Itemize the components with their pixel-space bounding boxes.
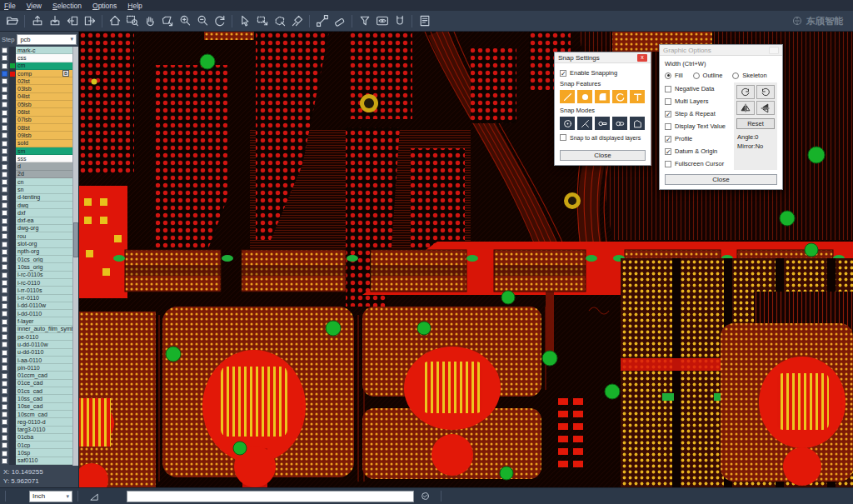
report-form-button[interactable]: [416, 12, 433, 30]
layer-visibility-checkbox[interactable]: [2, 242, 7, 247]
menu-view[interactable]: View: [27, 2, 42, 10]
layer-visibility-checkbox[interactable]: [2, 303, 7, 309]
clear-brush-button[interactable]: [288, 12, 306, 30]
pan-hand-button[interactable]: [141, 12, 158, 30]
snap-mode-center-button[interactable]: [560, 117, 575, 130]
eye-view-button[interactable]: [373, 12, 391, 30]
zoom-window-button[interactable]: [123, 12, 141, 30]
layer-visibility-checkbox[interactable]: [2, 202, 7, 208]
snap-magnet-button[interactable]: [391, 12, 408, 30]
zoom-in-button[interactable]: [176, 12, 193, 30]
layer-visibility-checkbox[interactable]: [2, 71, 7, 77]
layer-row-slot-org[interactable]: slot-org: [0, 240, 78, 247]
layer-visibility-checkbox[interactable]: [2, 249, 7, 255]
layer-row-01cp[interactable]: 01cp: [0, 442, 78, 449]
layer-row-10ss_cad[interactable]: 10ss_cad: [0, 395, 78, 402]
layer-row-01ce_cad[interactable]: 01ce_cad: [0, 380, 78, 387]
layer-row-mark-c[interactable]: mark-c: [0, 47, 78, 54]
snap-feature-arc-button[interactable]: [612, 90, 627, 103]
profile-triangle-icon[interactable]: [87, 489, 102, 504]
graphic-option-row[interactable]: Multi Layers: [665, 95, 731, 107]
snap-mode-intersection-button[interactable]: [577, 117, 592, 130]
layer-visibility-checkbox[interactable]: [2, 264, 7, 270]
layer-row-05lsb[interactable]: 05lsb: [0, 101, 78, 108]
layer-row-sm[interactable]: sm: [0, 147, 78, 155]
confirm-icon[interactable]: [417, 489, 432, 504]
layer-visibility-checkbox[interactable]: [2, 164, 7, 170]
layer-visibility-checkbox[interactable]: [2, 110, 7, 116]
layer-visibility-checkbox[interactable]: [2, 187, 7, 192]
layer-visibility-checkbox[interactable]: [2, 412, 7, 417]
snap-feature-line-button[interactable]: [560, 90, 575, 103]
layer-visibility-checkbox[interactable]: [2, 94, 7, 100]
step-repeat-checkbox[interactable]: ✓: [665, 111, 671, 117]
layer-row-2d[interactable]: 2d: [0, 171, 78, 178]
snap-feature-pad-button[interactable]: [595, 90, 610, 103]
layer-row-i-dd-0110[interactable]: i-dd-0110: [0, 310, 78, 317]
snap-close-button[interactable]: Close: [560, 150, 646, 161]
menu-selection[interactable]: Selection: [52, 2, 82, 10]
flip-vertical-button[interactable]: [756, 101, 775, 115]
layer-visibility-checkbox[interactable]: [2, 233, 7, 239]
layer-row-10scm_cad[interactable]: 10scm_cad: [0, 411, 78, 418]
layer-scrollbar-thumb[interactable]: [73, 222, 78, 257]
layer-row-dxf[interactable]: dxf: [0, 209, 78, 217]
layer-row-01cs_orig[interactable]: 01cs_orig: [0, 256, 78, 263]
layer-visibility-checkbox[interactable]: [2, 327, 7, 332]
layer-row-f-layer[interactable]: f-layer: [0, 317, 78, 325]
layer-row-09lsb[interactable]: 09lsb: [0, 132, 78, 139]
rotate-cw-button[interactable]: [736, 85, 755, 99]
layer-visibility-checkbox[interactable]: [2, 287, 7, 293]
layer-row-08lst[interactable]: 08lst: [0, 124, 78, 132]
measure-button[interactable]: [313, 12, 331, 30]
layer-visibility-checkbox[interactable]: [2, 435, 7, 441]
layer-visibility-checkbox[interactable]: [2, 141, 7, 147]
layer-row-rou[interactable]: rou: [0, 232, 78, 240]
layer-row-02lst[interactable]: 02lst: [0, 77, 78, 85]
menu-options[interactable]: Options: [92, 2, 117, 10]
layer-visibility-checkbox[interactable]: [2, 442, 7, 448]
step-select[interactable]: pcb ▾: [17, 34, 77, 45]
close-icon[interactable]: x: [637, 54, 647, 62]
open-folder-button[interactable]: [3, 12, 21, 30]
layer-visibility-checkbox[interactable]: [2, 365, 7, 371]
layer-visibility-checkbox[interactable]: [2, 280, 7, 286]
filter-funnel-button[interactable]: [356, 12, 373, 30]
negative-data-checkbox[interactable]: [665, 86, 671, 92]
layer-row-pe-0110[interactable]: pe-0110: [0, 333, 78, 341]
layer-row-css[interactable]: css: [0, 54, 78, 62]
snap-mode-key-button[interactable]: [595, 117, 610, 130]
layer-row-d[interactable]: d: [0, 162, 78, 170]
layer-visibility-checkbox[interactable]: [2, 156, 7, 162]
layer-row-d-tenting[interactable]: d-tenting: [0, 194, 78, 202]
flip-horizontal-button[interactable]: [736, 101, 755, 115]
display-text-value-checkbox[interactable]: [665, 123, 671, 130]
snap-all-layers-row[interactable]: Snap to all displayed layers: [560, 134, 646, 141]
layer-visibility-checkbox[interactable]: [2, 117, 7, 123]
layer-row-10sp[interactable]: 10sp: [0, 449, 78, 457]
layer-visibility-checkbox[interactable]: [2, 397, 7, 402]
layer-scrollbar[interactable]: [72, 47, 78, 466]
export-right-button[interactable]: [81, 12, 98, 30]
command-input[interactable]: [127, 491, 414, 502]
select-rect-button[interactable]: [253, 12, 271, 30]
layer-row-03lsb[interactable]: 03lsb: [0, 85, 78, 92]
layer-row-04lst[interactable]: 04lst: [0, 93, 78, 101]
layer-visibility-checkbox[interactable]: [2, 87, 7, 92]
enable-snapping-checkbox[interactable]: ✓: [560, 70, 566, 77]
layer-row-cn[interactable]: cn: [0, 178, 78, 186]
layer-visibility-checkbox[interactable]: [2, 419, 7, 425]
profile-checkbox[interactable]: ✓: [665, 136, 671, 142]
select-arrow-button[interactable]: [236, 12, 253, 30]
graphic-option-row[interactable]: ✓Step & Repeat: [665, 107, 731, 120]
layer-visibility-checkbox[interactable]: [2, 179, 7, 185]
layer-row-reg-0110-d[interactable]: reg-0110-d: [0, 418, 78, 426]
layer-row-i-rr-0110[interactable]: i-rr-0110: [0, 295, 78, 302]
layer-row-01cba[interactable]: 01cba: [0, 434, 78, 442]
layer-visibility-checkbox[interactable]: [2, 78, 7, 84]
layer-visibility-checkbox[interactable]: [2, 342, 7, 347]
graphic-option-row[interactable]: Fullscreen Cursor: [665, 157, 731, 170]
layer-row-u-dd-0110w[interactable]: u-dd-0110w: [0, 341, 78, 348]
layer-row-10se_cad[interactable]: 10se_cad: [0, 403, 78, 411]
layer-row-i-aa-0110[interactable]: i-aa-0110: [0, 357, 78, 364]
